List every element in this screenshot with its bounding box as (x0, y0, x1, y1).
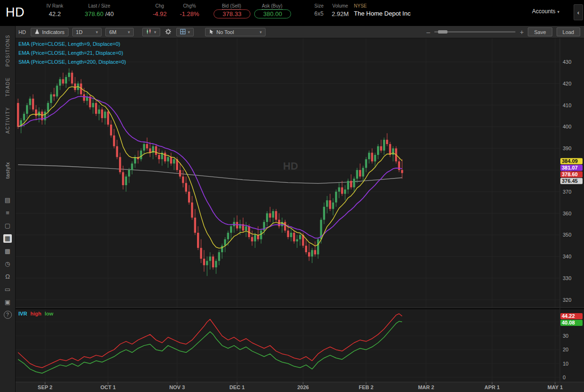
price-chart-canvas[interactable]: HD43042041040039038037036035034033032030… (16, 38, 584, 392)
timeframe-dropdown[interactable]: 1D▾ (72, 28, 102, 36)
svg-text:DEC 1: DEC 1 (230, 384, 245, 390)
svg-text:376.45: 376.45 (562, 178, 578, 184)
svg-text:MAR 2: MAR 2 (418, 384, 434, 390)
svg-text:330: 330 (563, 275, 571, 281)
svg-text:0: 0 (563, 375, 566, 380)
toolbar-right-group: – + Save Load (426, 27, 580, 36)
chart-icon[interactable]: ▦ (3, 234, 12, 243)
grid-lines: HD (16, 38, 584, 382)
candlestick-icon (146, 29, 152, 35)
svg-text:360: 360 (563, 211, 571, 216)
sidebar-item-positions[interactable]: POSITIONS (5, 34, 10, 67)
svg-text:384.09: 384.09 (562, 158, 578, 164)
follow-traders-icon[interactable]: Ω (3, 273, 12, 281)
bid-label: Bid (Sell) (214, 3, 249, 9)
ask-button[interactable]: 380.00 (254, 9, 291, 18)
zoom-slider[interactable] (434, 31, 515, 33)
last-trade-size: /40 (105, 10, 114, 17)
cube-icon[interactable]: ▢ (3, 222, 12, 230)
chart-area[interactable]: HD43042041040039038037036035034033032030… (16, 38, 584, 392)
zoom-out-button[interactable]: – (426, 28, 430, 36)
svg-text:350: 350 (563, 232, 571, 238)
svg-text:340: 340 (563, 254, 571, 259)
svg-text:MAY 1: MAY 1 (548, 384, 563, 390)
chevron-down-icon: ▾ (260, 30, 262, 34)
history-clock-icon[interactable]: ◷ (3, 260, 12, 268)
symbol-logo: HD (6, 5, 25, 20)
svg-text:2026: 2026 (297, 384, 309, 390)
svg-text:420: 420 (563, 81, 571, 86)
size-label: Size (311, 3, 327, 9)
iv-rank-value: 42.2 (41, 10, 69, 17)
last-size-label: Last / Size (79, 3, 119, 9)
load-button[interactable]: Load (557, 27, 580, 36)
save-button[interactable]: Save (528, 27, 552, 36)
svg-text:370: 370 (563, 189, 571, 195)
zoom-in-button[interactable]: + (520, 28, 524, 36)
svg-text:20: 20 (563, 347, 568, 352)
svg-text:430: 430 (563, 59, 571, 65)
chevron-down-icon: ▾ (557, 9, 559, 14)
range-dropdown[interactable]: 6M▾ (105, 28, 134, 36)
svg-text:30: 30 (563, 333, 568, 339)
chevron-down-icon: ▾ (154, 30, 156, 34)
chg-value: -4.92 (147, 10, 172, 17)
iv-rank-label: IV Rank (41, 3, 69, 9)
sidebar-item-tastyfx[interactable]: tastyfx (5, 162, 10, 179)
last-size-value: 378.60 /40 (79, 10, 119, 17)
zoom-slider-handle[interactable] (438, 30, 447, 34)
chevron-down-icon: ▾ (188, 30, 190, 34)
svg-text:378.60: 378.60 (562, 171, 578, 177)
quote-header: HD IV Rank 42.2 Last / Size 378.60 /40 C… (0, 0, 584, 26)
chart-settings-button[interactable] (164, 28, 172, 36)
ask-label: Ask (Buy) (254, 3, 290, 9)
sidebar-item-activity[interactable]: ACTIVITY (5, 107, 10, 134)
drawing-tool-dropdown[interactable]: No Tool ▾ (205, 28, 266, 36)
curve-page-icon[interactable]: ▤ (3, 196, 12, 205)
compare-layout-dropdown[interactable]: ▾ (176, 28, 194, 36)
svg-text:390: 390 (563, 145, 571, 151)
rail-icon-stack: ▤≡▢▦▩◷Ω▭▣? (3, 196, 12, 323)
collapse-panel-button[interactable]: ‹ (574, 4, 583, 20)
chg-label: Chg (147, 3, 172, 9)
journal-icon[interactable]: ▣ (3, 298, 12, 307)
svg-text:40.08: 40.08 (562, 320, 575, 325)
chart-toolbar: HD Indicators 1D▾ 6M▾ ▾ ▾ No Tool ▾ (16, 26, 584, 38)
volume-label: Volume (329, 3, 352, 9)
accounts-dropdown[interactable]: Accounts▾ (532, 8, 559, 15)
svg-text:OCT 1: OCT 1 (100, 384, 115, 390)
svg-text:400: 400 (563, 124, 571, 129)
last-price: 378.60 (85, 10, 103, 17)
svg-text:381.07: 381.07 (562, 165, 578, 170)
flask-icon (34, 29, 40, 35)
indicators-button[interactable]: Indicators (31, 28, 69, 36)
quad-grid-icon (180, 29, 186, 35)
video-icon[interactable]: ▭ (3, 285, 12, 294)
chg-pct-value: -1.28% (176, 10, 203, 17)
svg-text:FEB 2: FEB 2 (359, 384, 373, 390)
company-name: The Home Depot Inc (354, 10, 411, 17)
svg-text:320: 320 (563, 297, 571, 303)
cursor-icon (209, 29, 214, 35)
svg-text:HD: HD (283, 160, 298, 172)
svg-text:NOV 3: NOV 3 (169, 384, 185, 390)
chevron-down-icon: ▾ (128, 30, 130, 34)
gear-icon (165, 28, 172, 36)
app-root: HD IV Rank 42.2 Last / Size 378.60 /40 C… (0, 0, 584, 392)
svg-text:APR 1: APR 1 (484, 384, 499, 390)
svg-text:44.22: 44.22 (562, 313, 575, 319)
exchange-label: NYSE (354, 3, 367, 9)
chg-pct-label: Chg% (176, 3, 203, 9)
svg-text:SEP 2: SEP 2 (38, 384, 52, 390)
toolbar-symbol: HD (18, 29, 26, 35)
sidebar-item-trade[interactable]: TRADE (5, 77, 10, 96)
grid-icon[interactable]: ▩ (3, 247, 12, 256)
bid-button[interactable]: 378.33 (214, 9, 250, 18)
svg-text:10: 10 (563, 361, 568, 366)
watchlist-icon[interactable]: ≡ (3, 209, 12, 217)
help-icon[interactable]: ? (4, 311, 12, 319)
chart-type-dropdown[interactable]: ▾ (142, 28, 160, 36)
chevron-left-icon: ‹ (577, 9, 579, 16)
left-rail: POSITIONS TRADE ACTIVITY tastyfx ▤≡▢▦▩◷Ω… (0, 26, 16, 392)
volume-value: 2.92M (329, 10, 352, 17)
